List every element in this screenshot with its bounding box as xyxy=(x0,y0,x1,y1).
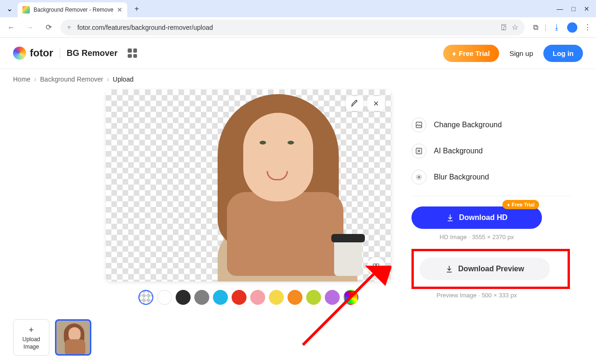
color-swatch[interactable] xyxy=(194,290,209,305)
diamond-icon: ♦ xyxy=(507,202,510,207)
free-trial-badge: ♦ Free Trial xyxy=(502,200,539,209)
ai-bg-label: AI Background xyxy=(434,147,483,155)
profile-icon[interactable] xyxy=(567,22,577,33)
chevron-right-icon: › xyxy=(34,76,36,83)
blur-bg-label: Blur Background xyxy=(434,173,489,181)
minimize-icon[interactable]: — xyxy=(557,5,563,13)
color-swatches xyxy=(138,290,358,305)
diamond-icon: ♦ xyxy=(452,49,456,57)
browser-toolbar: ← → ⟳ ᯤ fotor.com/features/background-re… xyxy=(0,17,596,38)
breadcrumb: Home › Background Remover › Upload xyxy=(0,69,596,89)
forward-button[interactable]: → xyxy=(23,21,36,34)
maximize-icon[interactable]: □ xyxy=(572,5,575,13)
compare-icon[interactable] xyxy=(367,257,385,275)
change-bg-icon xyxy=(411,117,426,132)
app-header: fotor BG Remover ♦ Free Trial Sign up Lo… xyxy=(0,38,596,69)
color-swatch[interactable] xyxy=(232,290,247,305)
download-icon xyxy=(446,213,454,222)
plus-icon: + xyxy=(29,325,34,335)
color-swatch[interactable] xyxy=(176,290,191,305)
download-preview-label: Download Preview xyxy=(458,265,524,273)
tab-close-icon[interactable]: ✕ xyxy=(117,6,123,14)
apps-grid-icon[interactable] xyxy=(128,48,137,58)
tab-title: Background Remover - Remove xyxy=(34,7,113,13)
download-hd-button[interactable]: ♦ Free Trial Download HD xyxy=(411,206,542,229)
ai-background-action[interactable]: AI Background xyxy=(411,144,570,158)
image-thumbnail[interactable] xyxy=(55,319,91,356)
upload-label-2: Image xyxy=(23,343,39,350)
menu-icon[interactable]: ⋮ xyxy=(584,23,591,32)
upload-label-1: Upload xyxy=(22,336,40,343)
color-swatch[interactable] xyxy=(306,290,321,305)
color-swatch[interactable] xyxy=(250,290,265,305)
install-app-icon[interactable]: ⍰ xyxy=(501,23,506,32)
download-preview-button[interactable]: Download Preview xyxy=(419,258,550,280)
color-swatch[interactable] xyxy=(325,290,340,305)
browser-tab[interactable]: Background Remover - Remove ✕ xyxy=(18,2,127,17)
browser-titlebar: ⌄ Background Remover - Remove ✕ + — □ ✕ xyxy=(0,0,596,17)
download-icon xyxy=(445,265,453,273)
ai-bg-icon xyxy=(411,144,426,158)
upload-image-button[interactable]: + Upload Image xyxy=(13,319,49,356)
site-info-icon[interactable]: ᯤ xyxy=(67,24,73,31)
brush-tool-icon[interactable] xyxy=(346,96,363,111)
url-text: fotor.com/features/background-remover/up… xyxy=(77,24,213,31)
tab-favicon xyxy=(22,6,30,14)
window-controls: — □ ✕ xyxy=(557,5,592,13)
svg-rect-1 xyxy=(376,264,378,268)
back-button[interactable]: ← xyxy=(5,21,18,34)
hd-caption: HD Image · 3555 × 2370 px xyxy=(411,234,542,240)
breadcrumb-bg-remover[interactable]: Background Remover xyxy=(40,76,103,83)
download-hd-label: Download HD xyxy=(459,213,507,222)
blur-bg-icon xyxy=(411,170,426,185)
result-image xyxy=(199,89,381,282)
section-title: BG Remover xyxy=(67,48,117,58)
magic-tool-icon[interactable] xyxy=(367,96,385,111)
breadcrumb-home[interactable]: Home xyxy=(13,76,30,83)
color-swatch[interactable] xyxy=(288,290,302,305)
address-bar[interactable]: ᯤ fotor.com/features/background-remover/… xyxy=(61,20,525,35)
preview-caption: Preview Image · 500 × 333 px xyxy=(411,292,542,299)
sign-up-link[interactable]: Sign up xyxy=(509,49,533,57)
fotor-logo-icon[interactable] xyxy=(13,47,26,60)
color-swatch[interactable] xyxy=(269,290,284,305)
blur-background-action[interactable]: Blur Background xyxy=(411,170,570,185)
bookmark-icon[interactable]: ☆ xyxy=(512,23,518,32)
color-swatch[interactable] xyxy=(343,290,358,305)
chevron-right-icon: › xyxy=(107,76,109,83)
color-swatch[interactable] xyxy=(213,290,228,305)
reload-button[interactable]: ⟳ xyxy=(42,21,55,34)
download-preview-highlight: Download Preview xyxy=(411,249,570,289)
close-icon[interactable]: ✕ xyxy=(584,5,589,13)
downloads-icon[interactable]: ⭳ xyxy=(553,23,561,32)
color-swatch[interactable] xyxy=(138,290,153,305)
change-bg-label: Change Background xyxy=(434,121,502,129)
new-tab-button[interactable]: + xyxy=(130,2,143,15)
free-trial-button[interactable]: ♦ Free Trial xyxy=(443,45,499,62)
image-canvas xyxy=(106,89,391,282)
breadcrumb-current: Upload xyxy=(113,76,133,83)
free-trial-label: Free Trial xyxy=(459,49,490,57)
svg-rect-0 xyxy=(373,264,376,268)
svg-point-4 xyxy=(418,176,420,178)
change-background-action[interactable]: Change Background xyxy=(411,117,570,132)
color-swatch[interactable] xyxy=(157,290,172,305)
log-in-button[interactable]: Log in xyxy=(543,45,583,62)
brand-name: fotor xyxy=(30,47,53,59)
extensions-icon[interactable]: ⧉ xyxy=(533,23,538,32)
tab-dropdown[interactable]: ⌄ xyxy=(4,3,15,14)
